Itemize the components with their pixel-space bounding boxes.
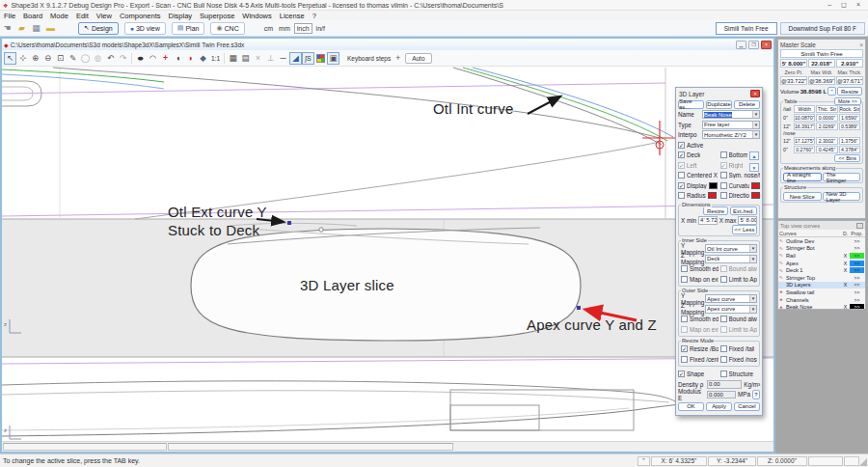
active-checkbox[interactable] — [678, 142, 685, 149]
grid-icon[interactable]: ▦ — [227, 52, 239, 65]
radius-color-swatch[interactable] — [708, 192, 717, 199]
close-icon[interactable]: × — [750, 90, 760, 97]
cell[interactable]: 0.0000" — [816, 114, 837, 122]
density-field[interactable]: 0.00 — [707, 380, 742, 389]
width-value[interactable]: 22.018" — [808, 59, 835, 68]
unit-toggle-button[interactable]: " — [827, 87, 836, 96]
curvature-color-swatch[interactable] — [751, 182, 760, 189]
menu-superpose[interactable]: Superpose — [196, 12, 238, 20]
bottom-checkbox[interactable] — [720, 151, 727, 158]
menu-file[interactable]: File — [0, 12, 19, 20]
max-wdt-at[interactable]: @38.369" — [808, 76, 835, 85]
thickness-value[interactable]: 2.910" — [836, 59, 863, 68]
menu-help[interactable]: ? — [309, 12, 320, 20]
outer-z-mapping-combo[interactable]: Apex curve▼ — [705, 305, 757, 314]
zoom-window-icon[interactable]: ⊡ — [54, 52, 67, 65]
node-select-tool-icon[interactable]: ⊹ — [16, 52, 29, 65]
close-icon[interactable]: × — [859, 41, 863, 48]
more-button[interactable]: More >> — [834, 97, 861, 105]
chevron-down-icon[interactable]: ▼ — [749, 306, 756, 313]
open-folder-icon[interactable]: ▰ — [15, 22, 28, 35]
structure-checkbox[interactable] — [720, 371, 727, 377]
outer-y-mapping-combo[interactable]: Apex curve▼ — [705, 294, 757, 303]
prop-button[interactable]: >> — [850, 261, 864, 266]
curve-row-deck-1[interactable]: ∿Deck 1X>> — [778, 266, 865, 274]
measure-tool-icon[interactable]: ✎ — [67, 52, 79, 65]
outline-curve[interactable] — [53, 68, 660, 138]
workbench-icon[interactable]: ▬ — [44, 22, 57, 35]
thickness-line-icon[interactable]: ─ — [277, 52, 289, 65]
doc-minimize-icon[interactable]: ▁ — [736, 41, 746, 49]
board-name[interactable]: Simili Twin Free — [780, 49, 863, 58]
cell[interactable]: 0.4245" — [816, 146, 837, 153]
menu-components[interactable]: Components — [116, 12, 165, 20]
resize-button[interactable]: Resize — [837, 87, 862, 96]
curvature-icon[interactable]: ∫S — [302, 52, 314, 65]
resize-board-checkbox[interactable] — [681, 345, 688, 352]
minimize-icon[interactable]: – — [827, 1, 831, 9]
cell[interactable]: 1.6590" — [839, 114, 860, 122]
stringer-button[interactable]: The Stringer — [823, 173, 861, 181]
chevron-down-icon[interactable]: ▼ — [749, 295, 756, 302]
cnc-button[interactable]: ◉ CNC — [210, 22, 244, 35]
curve-row-rail[interactable]: ∿RailX>> — [778, 252, 865, 260]
delete-button[interactable]: Delete — [734, 100, 760, 110]
cell[interactable]: 0.5389" — [839, 123, 860, 130]
modulus-field[interactable]: 0.000 — [707, 391, 736, 399]
document-titlebar[interactable]: ◆ C:\Users\thoma\Documents\S3d models\Sh… — [2, 39, 773, 50]
display-checkbox[interactable] — [678, 182, 685, 189]
outer-smooth-edge-checkbox[interactable] — [681, 316, 688, 322]
bottom-view-icon[interactable]: ◗ — [184, 52, 197, 65]
chevron-down-icon[interactable]: ▼ — [752, 111, 759, 118]
apply-button[interactable]: Apply — [706, 402, 732, 412]
hand-icon[interactable]: ☚ — [1, 22, 14, 35]
curve-row-stringer-bot[interactable]: ∿Stringer Bot>> — [778, 245, 865, 253]
btns-toggle-button[interactable]: << Btns — [834, 154, 860, 162]
outer-bound-always-checkbox[interactable] — [720, 316, 727, 322]
prop-button[interactable]: >> — [850, 297, 864, 303]
zoom-in-icon[interactable]: ⊕ — [29, 52, 41, 65]
menu-view[interactable]: View — [93, 12, 116, 20]
move-layer-down-icon[interactable]: ▼ — [749, 163, 759, 172]
inner-smooth-edge-checkbox[interactable] — [681, 265, 688, 272]
pointer-tool-icon[interactable]: ↖ — [4, 52, 16, 65]
deck-view-icon[interactable]: ◖ — [172, 52, 184, 65]
menu-display[interactable]: Display — [164, 12, 196, 20]
layer-dialog-titlebar[interactable]: 3D Layer × — [679, 89, 760, 98]
cell[interactable]: 0.2760" — [794, 146, 815, 153]
name-combo[interactable]: Beak Nose ▼ — [702, 110, 760, 119]
doc-restore-icon[interactable]: ❐ — [748, 41, 759, 49]
chevron-down-icon[interactable]: ▼ — [749, 256, 756, 262]
curve-row-outline-dev[interactable]: ∿Outline Dev>> — [778, 237, 865, 245]
cell[interactable]: 16.3917" — [794, 123, 815, 130]
unit-cm[interactable]: cm — [262, 24, 275, 33]
deck-checkbox[interactable] — [678, 151, 685, 158]
xmin-field[interactable]: 4' 5.725 — [698, 216, 718, 225]
menu-board[interactable]: Board — [19, 12, 46, 20]
max-thck-at[interactable]: @37.671" — [836, 76, 863, 85]
close-icon[interactable]: × — [856, 1, 860, 9]
inner-z-mapping-combo[interactable]: Deck▼ — [705, 255, 757, 263]
redo-icon[interactable]: ↷ — [117, 52, 129, 65]
cell[interactable]: 2.3002" — [816, 137, 837, 145]
panel-collapse-icon[interactable] — [856, 223, 863, 229]
control-point[interactable] — [319, 228, 323, 232]
board-views-drawing[interactable]: z z — [2, 65, 773, 443]
prop-button[interactable]: >> — [850, 289, 864, 295]
apex-control-point[interactable] — [577, 306, 581, 310]
curve-row-channels[interactable]: ∗Channels>> — [778, 296, 865, 304]
outer-limit-apex-checkbox[interactable] — [720, 326, 727, 333]
plan-button[interactable]: ▤ Plan — [172, 22, 205, 35]
menu-windows[interactable]: Windows — [238, 12, 275, 20]
unit-mm[interactable]: mm — [277, 24, 292, 33]
curve-row-apex[interactable]: ∿ApexX>> — [778, 260, 865, 267]
unit-inch[interactable]: inch — [294, 23, 312, 34]
chevron-down-icon[interactable]: ▼ — [752, 131, 759, 138]
curve-row-swallow-tail[interactable]: ∗Swallow tail>> — [778, 288, 865, 296]
colors-icon[interactable] — [314, 52, 327, 65]
outer-map-ext-rail-checkbox[interactable] — [681, 326, 688, 333]
prop-button[interactable]: >> — [850, 267, 864, 273]
type-combo[interactable]: Free layer ▼ — [702, 121, 760, 129]
curvature-checkbox[interactable] — [720, 182, 727, 189]
fixed-tail-checkbox[interactable] — [720, 345, 727, 352]
